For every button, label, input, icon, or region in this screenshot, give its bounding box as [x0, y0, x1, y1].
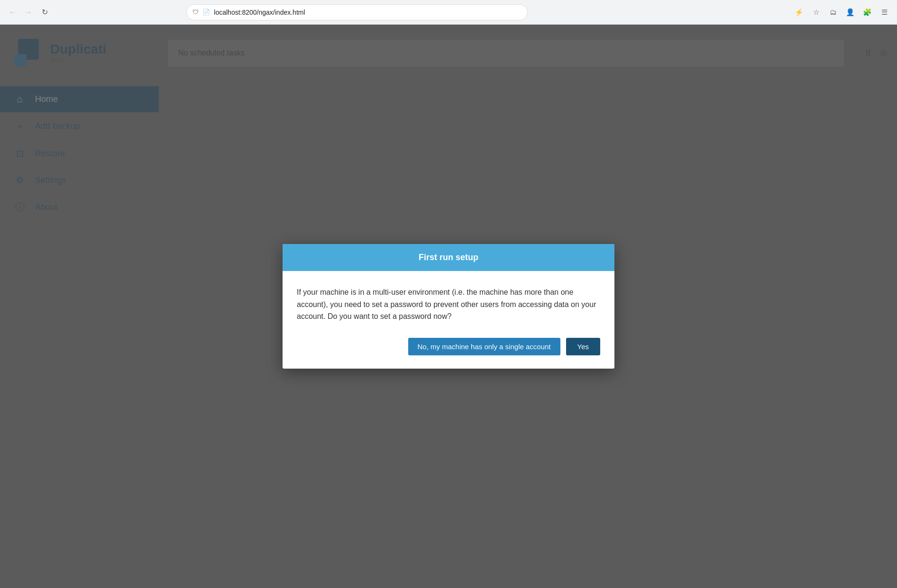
extensions-button[interactable]: 🧩: [861, 6, 874, 19]
browser-nav-buttons: ← → ↻: [6, 6, 51, 19]
modal-actions: No, my machine has only a single account…: [297, 338, 600, 355]
pocket-button[interactable]: 🗂: [827, 6, 840, 19]
forward-button[interactable]: →: [22, 6, 35, 19]
modal-title: First run setup: [419, 253, 478, 262]
back-button[interactable]: ←: [6, 6, 19, 19]
modal-body: If your machine is in a multi-user envir…: [283, 271, 614, 369]
address-bar[interactable]: 🛡 📄 localhost:8200/ngax/index.html: [186, 4, 528, 20]
modal-overlay: First run setup If your machine is in a …: [0, 25, 897, 588]
browser-chrome: ← → ↻ 🛡 📄 localhost:8200/ngax/index.html…: [0, 0, 897, 25]
translate-button[interactable]: ⚡: [793, 6, 806, 19]
security-icon: 🛡: [192, 9, 199, 16]
url-text: localhost:8200/ngax/index.html: [214, 9, 522, 16]
modal-message: If your machine is in a multi-user envir…: [297, 286, 600, 323]
reload-button[interactable]: ↻: [38, 6, 51, 19]
yes-button[interactable]: Yes: [566, 338, 600, 355]
first-run-modal: First run setup If your machine is in a …: [283, 244, 614, 369]
modal-header: First run setup: [283, 244, 614, 271]
profile-button[interactable]: 👤: [844, 6, 857, 19]
bookmark-button[interactable]: ☆: [810, 6, 823, 19]
page-info-icon: 📄: [202, 9, 210, 16]
menu-button[interactable]: ☰: [878, 6, 891, 19]
browser-actions: ⚡ ☆ 🗂 👤 🧩 ☰: [793, 6, 891, 19]
no-single-account-button[interactable]: No, my machine has only a single account: [408, 338, 560, 355]
